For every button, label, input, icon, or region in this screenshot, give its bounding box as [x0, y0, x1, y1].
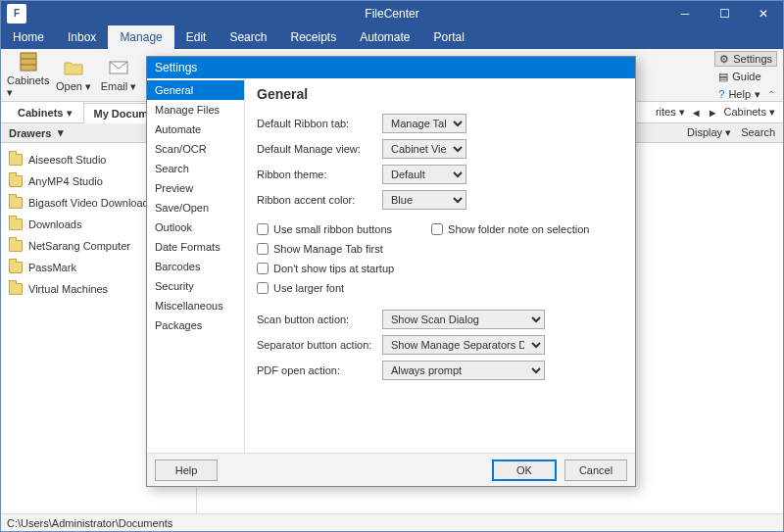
cabinets-dropdown[interactable]: Cabinets ▾: [724, 106, 775, 119]
nav-manage-files[interactable]: Manage Files: [147, 100, 244, 120]
ribbon-label: Cabinets ▾: [7, 74, 50, 99]
svg-rect-0: [21, 53, 36, 71]
menu-inbox[interactable]: Inbox: [56, 25, 108, 49]
ribbon-settings-button[interactable]: ⚙Settings: [714, 51, 777, 67]
app-title: FileCenter: [365, 7, 418, 21]
drawers-label: Drawers: [9, 127, 51, 139]
field-label: PDF open action:: [257, 364, 382, 376]
scan-action-select[interactable]: Show Scan Dialog: [382, 310, 545, 329]
drawer-icon: [9, 283, 23, 295]
default-ribbon-tab-select[interactable]: Manage Tab: [382, 114, 466, 133]
settings-nav: General Manage Files Automate Scan/OCR S…: [147, 78, 245, 453]
drawer-icon: [9, 197, 23, 209]
no-tips-checkbox[interactable]: Don't show tips at startup: [257, 259, 623, 278]
menu-receipts[interactable]: Receipts: [278, 25, 348, 49]
book-icon: ▤: [718, 71, 728, 83]
menu-search[interactable]: Search: [218, 25, 278, 49]
cabinet-icon: [18, 51, 39, 73]
drawer-icon: [9, 262, 23, 273]
settings-panel: General Default Ribbon tab:Manage Tab De…: [245, 78, 635, 453]
close-button[interactable]: ✕: [744, 1, 783, 25]
field-label: Default Ribbon tab:: [257, 118, 382, 129]
ribbon-collapse-button[interactable]: ⌃: [767, 89, 775, 100]
tab-cabinets[interactable]: Cabinets ▾: [7, 102, 83, 122]
dialog-footer: Help OK Cancel: [147, 453, 635, 486]
folder-note-checkbox[interactable]: Show folder note on selection: [431, 219, 589, 239]
nav-security[interactable]: Security: [147, 276, 244, 296]
ribbon-label: Open ▾: [56, 80, 91, 93]
favorites-dropdown[interactable]: rites ▾: [656, 106, 685, 119]
nav-outlook[interactable]: Outlook: [147, 218, 244, 237]
drawer-icon: [9, 175, 23, 187]
separator-action-select[interactable]: Show Manage Separators Dialog: [382, 335, 545, 355]
menu-bar: Home Inbox Manage Edit Search Receipts A…: [1, 25, 783, 49]
ok-button[interactable]: OK: [492, 459, 557, 481]
nav-scan-ocr[interactable]: Scan/OCR: [147, 139, 244, 159]
display-dropdown[interactable]: Display ▾: [687, 126, 731, 139]
status-path: C:\Users\Administrator\Documents: [7, 517, 172, 529]
ribbon-theme-select[interactable]: Default: [382, 165, 466, 184]
field-label: Ribbon accent color:: [257, 194, 382, 206]
ribbon-cabinets-button[interactable]: Cabinets ▾: [7, 53, 50, 98]
nav-barcodes[interactable]: Barcodes: [147, 257, 244, 276]
menu-edit[interactable]: Edit: [174, 25, 219, 49]
field-label: Default Manage view:: [257, 143, 382, 155]
maximize-button[interactable]: ☐: [705, 1, 744, 25]
dialog-title-bar: Settings: [147, 57, 635, 78]
gear-icon: ⚙: [719, 53, 729, 66]
ribbon-open-button[interactable]: Open ▾: [52, 53, 95, 98]
menu-manage[interactable]: Manage: [108, 25, 173, 49]
ribbon-label: Email ▾: [101, 80, 137, 93]
nav-next-button[interactable]: ►: [708, 107, 718, 119]
nav-general[interactable]: General: [147, 80, 244, 100]
minimize-button[interactable]: ─: [665, 1, 705, 25]
field-label: Separator button action:: [257, 339, 382, 351]
window-controls: ─ ☐ ✕: [665, 1, 783, 25]
drawer-icon: [9, 154, 23, 166]
nav-date-formats[interactable]: Date Formats: [147, 237, 244, 257]
cancel-button[interactable]: Cancel: [564, 459, 627, 481]
ribbon-guide-button[interactable]: ▤Guide: [714, 69, 777, 84]
field-label: Scan button action:: [257, 314, 382, 325]
menu-home[interactable]: Home: [1, 25, 56, 49]
manage-first-checkbox[interactable]: Show Manage Tab first: [257, 239, 623, 259]
pdf-action-select[interactable]: Always prompt: [382, 361, 545, 380]
title-bar: F FileCenter ─ ☐ ✕: [1, 1, 783, 25]
small-ribbon-checkbox[interactable]: Use small ribbon buttons: [257, 219, 392, 239]
drawer-icon: [9, 240, 23, 252]
help-icon: ?: [718, 88, 724, 100]
drawer-icon: [9, 218, 23, 230]
settings-dialog: Settings General Manage Files Automate S…: [146, 56, 636, 487]
nav-miscellaneous[interactable]: Miscellaneous: [147, 296, 244, 315]
menu-automate[interactable]: Automate: [348, 25, 421, 49]
mail-icon: [108, 57, 129, 78]
panel-heading: General: [257, 86, 623, 102]
field-label: Ribbon theme:: [257, 169, 382, 180]
nav-preview[interactable]: Preview: [147, 178, 244, 198]
folder-open-icon: [63, 57, 84, 78]
nav-prev-button[interactable]: ◄: [691, 107, 702, 119]
status-bar: C:\Users\Administrator\Documents: [1, 513, 783, 531]
nav-automate[interactable]: Automate: [147, 120, 244, 139]
ribbon-email-button[interactable]: Email ▾: [97, 53, 140, 98]
ribbon-accent-select[interactable]: Blue: [382, 190, 466, 210]
app-icon: F: [7, 4, 26, 24]
nav-search[interactable]: Search: [147, 159, 244, 178]
default-manage-view-select[interactable]: Cabinet View: [382, 139, 466, 159]
larger-font-checkbox[interactable]: Use larger font: [257, 278, 623, 298]
ribbon-right-panel: ⚙Settings ▤Guide ?Help ▾ ⌃: [714, 51, 777, 102]
help-button[interactable]: Help: [155, 459, 218, 481]
nav-packages[interactable]: Packages: [147, 315, 244, 335]
nav-save-open[interactable]: Save/Open: [147, 198, 244, 218]
menu-portal[interactable]: Portal: [422, 25, 476, 49]
drawer-search-button[interactable]: Search: [741, 126, 775, 139]
